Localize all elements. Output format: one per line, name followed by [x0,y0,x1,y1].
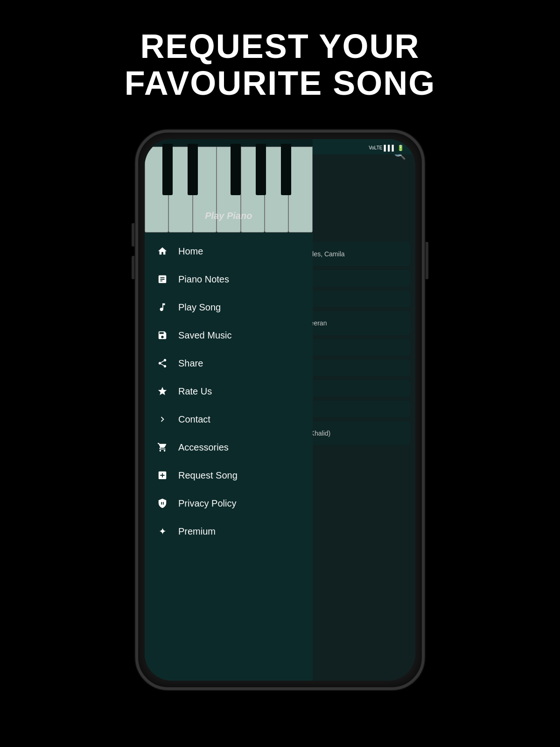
accessories-label: Accessories [178,442,229,453]
power-button [426,242,428,279]
status-icons: VoLTE ▌▌▌ 🔋 [369,145,404,151]
content-item [304,401,411,417]
request-song-label: Request Song [178,470,238,481]
share-icon [156,357,169,370]
battery-icon: 🔋 [397,145,404,151]
navigation-drawer: Play Piano Home Piano Notes [145,139,313,681]
sidebar-item-share[interactable]: Share [145,349,313,377]
saved-music-icon [156,329,169,342]
request-song-icon [156,469,169,482]
piano-key-white[interactable] [288,147,312,233]
content-item [304,270,411,287]
sidebar-item-saved-music[interactable]: Saved Music [145,321,313,349]
accessories-icon [156,441,169,454]
app-title: Play Piano [205,211,252,221]
contact-icon [156,413,169,426]
piano-notes-label: Piano Notes [178,274,229,285]
content-text: des, Camila [310,250,345,258]
piano-key-black[interactable] [188,144,198,195]
saved-music-label: Saved Music [178,330,232,341]
premium-label: Premium [178,526,216,537]
volume-down-button [132,256,134,279]
piano-key-black[interactable] [281,144,291,195]
piano-key-black[interactable] [256,144,266,195]
headline-line2: FAVOURITE SONG [125,65,436,102]
content-item [304,290,411,307]
rate-us-label: Rate Us [178,386,212,397]
bars-icon: ▌▌▌ [384,145,396,151]
piano-key-black[interactable] [162,144,173,195]
privacy-policy-label: Privacy Policy [178,498,236,509]
premium-icon: ✦ [156,525,169,538]
content-item [304,380,411,397]
sidebar-item-piano-notes[interactable]: Piano Notes [145,265,313,293]
play-song-label: Play Song [178,302,221,313]
volume-up-button [132,223,134,247]
sidebar-item-contact[interactable]: Contact [145,405,313,433]
headline-line1: REQUEST YOUR [125,28,436,65]
content-text: Khalid) [310,430,331,437]
piano-key-black[interactable] [231,144,241,195]
content-item [304,359,411,376]
content-item: eeran [304,311,411,335]
content-item [304,339,411,356]
home-label: Home [178,246,203,257]
sidebar-item-home[interactable]: Home [145,237,313,265]
phone-mockup: 12:45 VoLTE ▌▌▌ 🔋 des, Camila eeran [135,130,425,690]
drawer-menu: Home Piano Notes Play Song [145,233,313,681]
piano-notes-icon [156,273,169,286]
sidebar-item-play-song[interactable]: Play Song [145,293,313,321]
play-song-icon [156,301,169,314]
sidebar-item-premium[interactable]: ✦ Premium [145,517,313,545]
main-content-right: des, Camila eeran Khalid) [299,139,415,681]
phone-screen: 12:45 VoLTE ▌▌▌ 🔋 des, Camila eeran [145,139,415,681]
sidebar-item-privacy-policy[interactable]: Privacy Policy [145,489,313,517]
headline: REQUEST YOUR FAVOURITE SONG [125,28,436,102]
signal-icon: VoLTE [369,145,382,150]
sidebar-item-accessories[interactable]: Accessories [145,433,313,461]
drawer-piano-header: Play Piano [145,139,313,233]
contact-label: Contact [178,414,210,425]
sidebar-item-request-song[interactable]: Request Song [145,461,313,489]
rate-us-icon [156,385,169,398]
phone-frame: 12:45 VoLTE ▌▌▌ 🔋 des, Camila eeran [135,130,425,690]
share-label: Share [178,358,203,369]
home-icon [156,245,169,258]
content-item: des, Camila [304,242,411,266]
content-item: Khalid) [304,421,411,445]
content-text: eeran [310,319,327,327]
sidebar-item-rate-us[interactable]: Rate Us [145,377,313,405]
privacy-policy-icon [156,497,169,510]
